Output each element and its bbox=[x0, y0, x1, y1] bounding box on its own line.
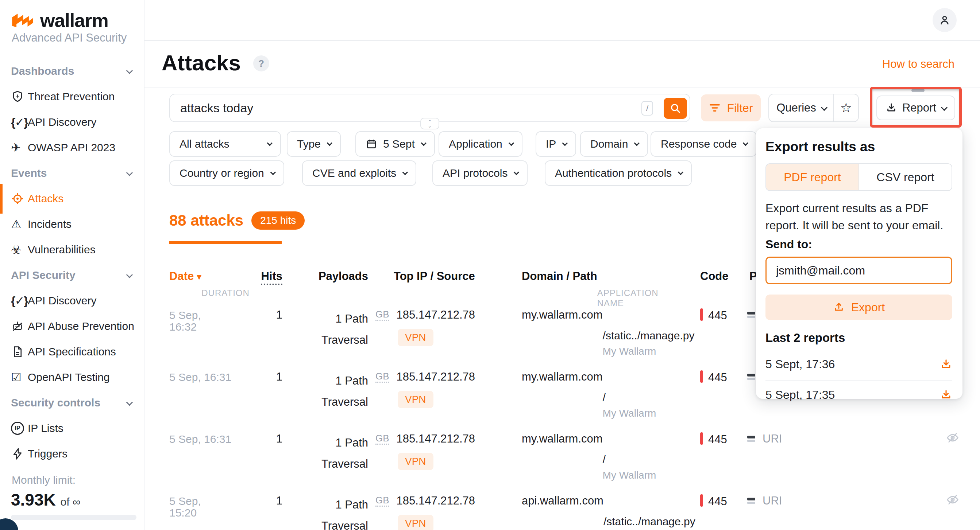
send-to-label: Send to: bbox=[765, 238, 812, 251]
sidebar-item-incidents[interactable]: ⚠ Incidents bbox=[0, 211, 144, 237]
hits-badge: 215 hits bbox=[251, 211, 305, 230]
path[interactable]: /static../manage.py bbox=[603, 516, 695, 528]
country-badge[interactable]: GB bbox=[375, 309, 389, 321]
ip-address[interactable]: 185.147.212.78 bbox=[396, 432, 476, 445]
user-avatar[interactable] bbox=[932, 8, 957, 32]
search-button[interactable] bbox=[664, 98, 687, 119]
email-field[interactable] bbox=[765, 257, 952, 284]
filter-chip-all-attacks[interactable]: All attacks bbox=[169, 131, 281, 157]
cell-domain-path: my.wallarm.com / My Wallarm bbox=[522, 432, 679, 446]
column-header-hits[interactable]: Hits bbox=[261, 270, 282, 285]
visibility-off-icon[interactable] bbox=[946, 493, 959, 507]
filter-chip-application[interactable]: Application bbox=[439, 131, 522, 157]
slash-shortcut-badge: / bbox=[641, 101, 653, 116]
export-button[interactable]: Export bbox=[765, 295, 952, 320]
domain[interactable]: my.wallarm.com bbox=[522, 370, 603, 383]
filter-chip-ip[interactable]: IP bbox=[536, 131, 576, 157]
results-summary: 88 attacks 215 hits bbox=[169, 211, 305, 230]
ip-address[interactable]: 185.147.212.78 bbox=[396, 370, 476, 383]
sidebar-item-api-specifications[interactable]: API Specifications bbox=[0, 339, 144, 365]
sidebar-item-api-abuse-prevention[interactable]: API Abuse Prevention bbox=[0, 314, 144, 339]
ip-address[interactable]: 185.147.212.78 bbox=[396, 494, 476, 507]
tab-pdf-report[interactable]: PDF report bbox=[766, 164, 859, 190]
sidebar-item-label: OpenAPI Testing bbox=[28, 371, 110, 384]
domain[interactable]: api.wallarm.com bbox=[522, 494, 603, 507]
cell-payloads[interactable]: 1 Path Traversal bbox=[304, 370, 368, 413]
monthly-limit-label: Monthly limit: bbox=[12, 474, 76, 486]
favorite-query-button[interactable]: ☆ bbox=[833, 94, 858, 121]
path[interactable]: / bbox=[603, 392, 606, 404]
cell-top-ip: GB185.147.212.78 VPN bbox=[375, 432, 492, 446]
download-icon[interactable] bbox=[940, 358, 952, 370]
path[interactable]: / bbox=[603, 454, 606, 466]
sidebar-section-dashboards[interactable]: Dashboards bbox=[0, 58, 144, 84]
filter-chip-cve-and-exploits[interactable]: CVE and exploits bbox=[302, 160, 416, 186]
how-to-search-link[interactable]: How to search bbox=[882, 57, 955, 71]
visibility-off-icon[interactable] bbox=[946, 431, 959, 445]
search-input[interactable] bbox=[180, 94, 636, 121]
country-badge[interactable]: GB bbox=[375, 495, 389, 507]
sidebar-item-api-discovery[interactable]: {✓} API Discovery bbox=[0, 109, 144, 135]
filter-chip-domain[interactable]: Domain bbox=[580, 131, 648, 157]
source-tag[interactable]: VPN bbox=[398, 453, 433, 470]
source-tag[interactable]: VPN bbox=[398, 391, 433, 408]
filter-button-label: Filter bbox=[727, 102, 753, 115]
expand-collapse-handle[interactable]: ⌃ ⌃ bbox=[420, 118, 439, 129]
attacks-count[interactable]: 88 attacks bbox=[169, 212, 243, 229]
chip-label: Application bbox=[449, 138, 503, 150]
sidebar-item-threat-prevention[interactable]: Threat Prevention bbox=[0, 84, 144, 109]
filter-chip-response-code[interactable]: Response code bbox=[651, 131, 757, 157]
attack-row[interactable]: 5 Sep,15:20 1 1 Path Traversal GB185.147… bbox=[169, 486, 980, 530]
filter-chip-date[interactable]: 5 Sept bbox=[355, 131, 435, 157]
brand-name: wallarm bbox=[40, 10, 108, 31]
braces-check-icon: {✓} bbox=[11, 115, 28, 129]
cell-payloads[interactable]: 1 Path Traversal bbox=[304, 432, 368, 474]
search-bar: / ⌃ ⌃ bbox=[169, 94, 690, 122]
country-badge[interactable]: GB bbox=[375, 433, 389, 445]
chevron-down-icon bbox=[508, 140, 514, 146]
queries-button[interactable]: Queries bbox=[769, 94, 833, 121]
cell-payloads[interactable]: 1 Path Traversal bbox=[304, 494, 368, 530]
column-header-date[interactable]: Date▾ bbox=[169, 270, 201, 282]
path[interactable]: /static../manage.py bbox=[603, 330, 695, 342]
tab-csv-report[interactable]: CSV report bbox=[859, 164, 951, 190]
sidebar-item-vulnerabilities[interactable]: ☣ Vulnerabilities bbox=[0, 237, 144, 262]
export-description: Export current results as a PDF report. … bbox=[765, 200, 952, 234]
section-label: Security controls bbox=[11, 397, 100, 409]
title-divider bbox=[145, 87, 980, 87]
domain[interactable]: my.wallarm.com bbox=[522, 432, 603, 445]
filter-chip-type[interactable]: Type bbox=[287, 131, 341, 157]
sidebar-item-openapi-testing[interactable]: ☑ OpenAPI Testing bbox=[0, 365, 144, 390]
sidebar-section-events[interactable]: Events bbox=[0, 160, 144, 186]
search-icon bbox=[669, 102, 681, 114]
sidebar-item-ip-lists[interactable]: IP IP Lists bbox=[0, 416, 144, 441]
sidebar-section-api-security[interactable]: API Security bbox=[0, 262, 144, 288]
ip-badge-icon: IP bbox=[11, 422, 28, 435]
sidebar-item-label: Triggers bbox=[28, 447, 67, 460]
source-tag[interactable]: VPN bbox=[398, 329, 433, 346]
sidebar-item-owasp-api-2023[interactable]: ✈ OWASP API 2023 bbox=[0, 135, 144, 160]
column-header-code: Code bbox=[700, 270, 729, 282]
chevron-down-icon bbox=[327, 140, 333, 146]
filter-chip-authentication-protocols[interactable]: Authentication protocols bbox=[545, 160, 692, 186]
help-icon[interactable]: ? bbox=[253, 56, 269, 71]
attack-row[interactable]: 5 Sep, 16:31 1 1 Path Traversal GB185.14… bbox=[169, 424, 980, 486]
filter-button[interactable]: Filter bbox=[701, 94, 761, 121]
sidebar-section-security-controls[interactable]: Security controls bbox=[0, 390, 144, 416]
cell-payloads[interactable]: 1 Path Traversal bbox=[304, 308, 368, 351]
download-icon[interactable] bbox=[940, 389, 952, 401]
lightning-bolt-icon bbox=[11, 447, 28, 460]
report-button[interactable]: Report bbox=[877, 95, 955, 120]
filter-chip-country-or-region[interactable]: Country or region bbox=[169, 160, 284, 186]
brand-logo[interactable]: wallarm bbox=[11, 10, 108, 31]
sidebar-item-triggers[interactable]: Triggers bbox=[0, 441, 144, 467]
domain[interactable]: my.wallarm.com bbox=[522, 308, 603, 321]
sidebar-item-attacks[interactable]: Attacks bbox=[0, 186, 144, 211]
country-badge[interactable]: GB bbox=[375, 371, 389, 383]
sidebar-item-api-discovery-2[interactable]: {✓} API Discovery bbox=[0, 288, 144, 314]
ip-address[interactable]: 185.147.212.78 bbox=[396, 308, 476, 321]
export-button-label: Export bbox=[851, 301, 885, 314]
filter-chip-api-protocols[interactable]: API protocols bbox=[432, 160, 528, 186]
source-tag[interactable]: VPN bbox=[398, 515, 433, 530]
payload-location-icon bbox=[745, 371, 757, 382]
